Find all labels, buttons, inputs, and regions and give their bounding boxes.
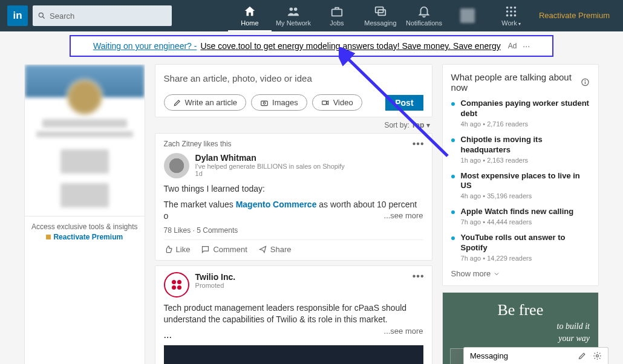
trending-item[interactable]: Companies paying worker student debt4h a… (451, 99, 590, 128)
author-avatar[interactable] (164, 153, 189, 178)
nav-home[interactable]: Home (228, 0, 272, 31)
promoted-label: Promoted (195, 282, 236, 289)
write-article-button[interactable]: Write an article (164, 94, 246, 111)
post-stats[interactable]: 78 Likes · 5 Comments (164, 226, 423, 235)
see-more-link[interactable]: ...see more (384, 326, 423, 337)
trending-item-title: Companies paying worker student debt (461, 99, 590, 119)
promo-image[interactable]: Free (164, 345, 423, 364)
messaging-label: Messaging (470, 351, 508, 360)
post-body-line2: The market values Magento Commerce as wo… (164, 199, 423, 223)
svg-line-1 (43, 17, 45, 19)
post-time: 1d (195, 170, 345, 177)
twilio-logo[interactable] (164, 272, 189, 297)
trending-item[interactable]: Chipotle is moving its headquarters1h ag… (451, 135, 590, 164)
bullet-icon (451, 236, 455, 240)
nav-network[interactable]: My Network (272, 0, 315, 31)
ad-label: Ad (508, 42, 517, 50)
trending-title: What people are talking about now (451, 72, 581, 93)
svg-point-18 (263, 102, 266, 104)
compose-icon[interactable] (578, 351, 587, 360)
nav-jobs-label: Jobs (330, 19, 344, 27)
profile-stat-blurred (60, 183, 109, 207)
svg-point-3 (294, 8, 298, 11)
svg-point-14 (510, 15, 512, 17)
ad-headline: Be free (451, 301, 590, 319)
search-placeholder: Search (50, 11, 74, 21)
nav-network-label: My Network (276, 19, 311, 27)
bullet-icon (451, 175, 455, 178)
profile-footer-cta: Reactivate Premium (53, 233, 123, 241)
images-button[interactable]: Images (251, 94, 307, 111)
post-body: Two things I learned today: (164, 183, 423, 195)
svg-point-9 (514, 7, 517, 9)
author-name[interactable]: Twilio Inc. (195, 272, 236, 282)
ad-lead: Waiting on your engineer? - (93, 41, 197, 51)
nav-items: Home My Network Jobs Messaging Notificat… (228, 0, 616, 31)
trending-item-meta: 7h ago • 14,229 readers (461, 255, 590, 262)
svg-point-23 (596, 355, 599, 357)
nav-notifications-label: Notifications (406, 19, 442, 27)
trending-item[interactable]: Most expensive places to live in US4h ag… (451, 171, 590, 200)
profile-footer-line: Access exclusive tools & insights (31, 223, 139, 231)
nav-jobs[interactable]: Jobs (315, 0, 359, 31)
profile-pic-icon (460, 8, 475, 23)
profile-headline-blurred (36, 131, 133, 137)
profile-stat-blurred (60, 149, 109, 174)
trending-item-meta: 4h ago • 2,716 readers (461, 120, 590, 128)
svg-point-13 (506, 15, 509, 17)
ad-banner[interactable]: Waiting on your engineer? - Use cove.too… (70, 35, 553, 57)
people-icon (287, 5, 300, 18)
ad-sub2: your way (451, 334, 590, 343)
show-more-link[interactable]: Show more (451, 269, 590, 278)
svg-point-10 (506, 10, 509, 13)
profile-avatar[interactable] (67, 79, 103, 115)
trending-item[interactable]: Apple Watch finds new calling7h ago • 44… (451, 207, 590, 226)
share-icon (258, 245, 267, 254)
nav-work-label: Work (501, 19, 517, 27)
svg-line-16 (345, 56, 448, 156)
linkedin-logo[interactable]: in (7, 5, 28, 26)
gear-icon[interactable] (593, 351, 602, 360)
camera-icon (260, 99, 269, 107)
bell-icon (417, 5, 431, 18)
chat-icon (374, 5, 387, 18)
ad-sub1: to build it (451, 322, 590, 331)
trending-box: What people are talking about now Compan… (442, 64, 599, 286)
home-icon (243, 5, 256, 18)
trending-item-title: Apple Watch finds new calling (461, 207, 574, 217)
nav-me[interactable] (446, 0, 489, 31)
post-menu-button[interactable]: ••• (413, 271, 425, 282)
profile-name-blurred (42, 119, 127, 128)
profile-card: Access exclusive tools & insights Reacti… (24, 64, 145, 364)
svg-rect-4 (332, 9, 342, 16)
svg-point-0 (39, 13, 43, 17)
trending-item-meta: 1h ago • 2,163 readers (461, 157, 590, 164)
svg-point-8 (510, 7, 512, 9)
trending-item-title: Chipotle is moving its headquarters (461, 135, 590, 155)
search-icon (38, 11, 46, 20)
images-label: Images (272, 98, 298, 107)
nav-messaging-label: Messaging (364, 19, 396, 27)
trending-item-title: Most expensive places to live in US (461, 171, 590, 192)
trending-item-title: YouTube rolls out answer to Spotify (461, 233, 590, 253)
author-name[interactable]: Dylan Whitman (195, 153, 345, 163)
messaging-bar[interactable]: Messaging (463, 347, 608, 364)
write-article-label: Write an article (185, 98, 237, 107)
like-button[interactable]: Like (164, 245, 191, 254)
search-input[interactable]: Search (33, 5, 172, 26)
trending-item[interactable]: YouTube rolls out answer to Spotify7h ag… (451, 233, 590, 262)
grid-icon (504, 5, 518, 18)
comment-button[interactable]: Comment (201, 245, 247, 254)
magento-link[interactable]: Magento Commerce (236, 200, 317, 209)
info-icon[interactable] (581, 77, 590, 87)
feed-card-promoted: ••• Twilio Inc. Promoted Tech product ma… (155, 265, 432, 364)
see-more-link[interactable]: ...see more (384, 210, 423, 221)
nav-premium-cta[interactable]: Reactivate Premium (533, 11, 616, 21)
nav-work[interactable]: Work▾ (489, 0, 533, 31)
nav-notifications[interactable]: Notifications (402, 0, 446, 31)
bullet-icon (451, 210, 455, 214)
share-button[interactable]: Share (258, 245, 292, 254)
nav-messaging[interactable]: Messaging (359, 0, 402, 31)
profile-footer[interactable]: Access exclusive tools & insights Reacti… (25, 216, 145, 247)
ad-menu-dots[interactable]: ··· (523, 41, 530, 51)
